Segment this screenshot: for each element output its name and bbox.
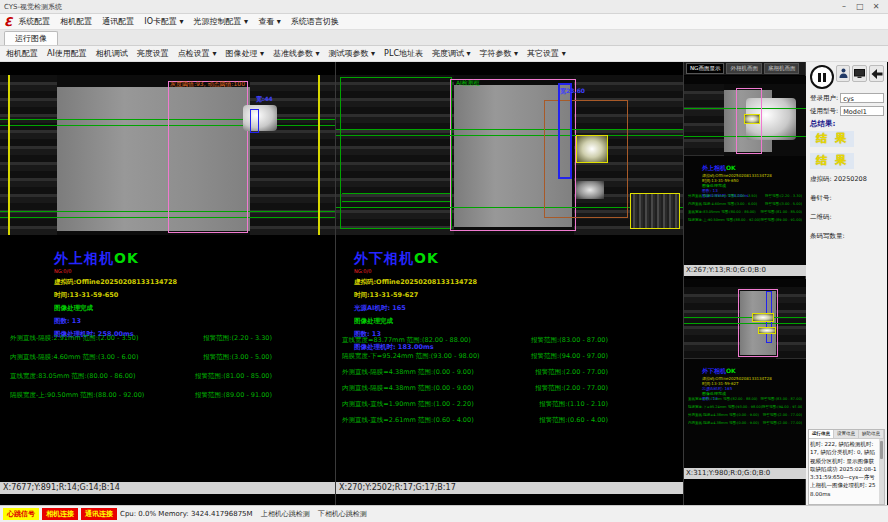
status-bar: 心跳信号 相机连接 通讯连接 Cpu: 0.0% Memory: 3424.41…: [0, 505, 888, 522]
menu-comm-config[interactable]: 通讯配置: [102, 16, 134, 27]
alarm-range: 报警范围:(2.00 - 77.00): [763, 413, 802, 417]
camera1-image: 灰度阈值:93, 动态阈值:100 宽:44: [0, 75, 335, 235]
result-badge-1: 结 果: [810, 131, 854, 147]
camera2-ng-count: NG:0/0: [354, 268, 477, 274]
tool-spotcheck[interactable]: 点检设置 ▾: [178, 48, 217, 59]
measurement-row: 直线宽度=83.77mm 范围:(82.00 - 88.00)报警范围:(83.…: [342, 336, 608, 345]
camera1-overlay: 外上相机OK NG:0/0 虚拟码:Offline202502081331347…: [54, 250, 177, 339]
camera2-name: 外下相机: [354, 250, 414, 266]
thumb1-result: OK: [726, 164, 736, 171]
thumbnail-view-lower[interactable]: 外下相机OK 虚拟码:Offline20250208133134728 时间:1…: [684, 279, 806, 479]
alarm-range: 报警范围:(1.10 - 2.10): [539, 400, 608, 409]
measurement-row: 外测直线-隔膜:2.91mm 范围:(2.00 - 3.50)报警范围:(2.2…: [688, 194, 802, 198]
menu-view[interactable]: 查看 ▾: [258, 16, 281, 27]
measurement-row: 外测直线-隔膜:2.91mm 范围:(2.00 - 3.50)报警范围:(2.2…: [10, 334, 272, 343]
alarm-range: 报警范围:(2.20 - 3.30): [203, 334, 272, 343]
camera-view-lower[interactable]: AI检测框 宽23.60 外下相机OK NG:0/0 虚拟码:Offline20…: [336, 62, 684, 505]
menu-io-config[interactable]: IO卡配置 ▾: [144, 16, 183, 27]
baseline-line: [684, 323, 806, 324]
upper-camera-heartbeat[interactable]: 上相机心跳检测: [261, 509, 310, 519]
alarm-range: 报警范围:(83.00 - 87.00): [531, 336, 608, 345]
camera-view-upper[interactable]: 灰度阈值:93, 动态阈值:100 宽:44 外上相机OK NG:0/0 虚拟码…: [0, 62, 336, 505]
tool-test-params[interactable]: 测试项参数 ▾: [329, 48, 376, 59]
camera1-done-status: 图像处理完成: [54, 304, 177, 313]
tool-brightness-debug[interactable]: 亮度调试 ▾: [432, 48, 471, 59]
width-marker-rect: [558, 83, 572, 179]
thumb2-result: OK: [726, 367, 736, 374]
alarm-range: 报警范围:(2.00 - 77.00): [763, 421, 802, 425]
alarm-range: 报警范围:(89.00 - 91.00): [195, 391, 272, 400]
thumbnail-view-upper[interactable]: 外上相机OK 虚拟码:Offline20250208133134728 时间:1…: [684, 76, 806, 276]
tool-plc-table[interactable]: PLC地址表: [384, 48, 423, 59]
measurement-row: 直线宽度=83.77mm 范围:(82.00 - 88.00)报警范围:(83.…: [688, 397, 802, 401]
alarm-range: 报警范围:(83.00 - 87.00): [761, 397, 802, 401]
camera1-title: 外上相机OK: [54, 250, 177, 268]
measurement-row: 内测直线-隔膜=4.38mm 范围:(0.00 - 9.00)报警范围:(2.0…: [688, 421, 802, 425]
model-field[interactable]: Model1: [840, 106, 884, 116]
tab-outer-camera[interactable]: 外相机画面: [726, 63, 762, 74]
tab-bottom-camera[interactable]: 底相机画面: [764, 63, 800, 74]
tab-run-info[interactable]: 运行信息: [809, 430, 834, 438]
camera1-virtual-code: 虚拟码:Offline20250208133134728: [54, 278, 177, 287]
thumb1-name: 外上相机: [702, 164, 726, 171]
info-scrollbar[interactable]: [879, 439, 884, 504]
login-user-field[interactable]: cys: [840, 93, 884, 103]
tab-defect-info[interactable]: 缺陷信息: [859, 430, 884, 438]
tool-brightness[interactable]: 亮度设置: [137, 48, 169, 59]
thumb2-name: 外下相机: [702, 367, 726, 374]
metal-part: [243, 105, 277, 131]
close-button[interactable]: ✕: [868, 2, 884, 11]
baseline-line: [684, 317, 806, 318]
tool-bar: 相机配置 AI使用配置 相机调试 亮度设置 点检设置 ▾ 图像处理 ▾ 基准线参…: [0, 46, 888, 62]
menu-light-config[interactable]: 光源控制配置 ▾: [194, 16, 249, 27]
run-log-text: 机时: 222, 缺陷检测机时: 17, 缺陷分类机时: 0, 缺陷视频分区机时…: [810, 440, 878, 503]
logout-button[interactable]: [869, 65, 884, 82]
camera1-measurements: 外测直线-隔膜:2.91mm 范围:(2.00 - 3.50)报警范围:(2.2…: [10, 334, 272, 410]
measurement-value: 内测直线-隔膜=4.38mm 范围:(0.00 - 9.00): [342, 384, 474, 393]
roi-rect-pink: [168, 81, 248, 233]
lock-user-button[interactable]: [836, 65, 851, 82]
thumbnail2-image: [684, 287, 806, 359]
measurement-value: 外测直线-隔膜:2.91mm 范围:(2.00 - 3.50): [10, 334, 138, 343]
app-window: CYS-视觉检测系统 – □ ✕ Ɛ 系统配置 相机配置 通讯配置 IO卡配置 …: [0, 0, 888, 522]
menu-language-switch[interactable]: 系统语言切换: [291, 16, 339, 27]
tool-image-process[interactable]: 图像处理 ▾: [225, 48, 264, 59]
alarm-range: 报警范围:(2.00 - 77.00): [535, 384, 608, 393]
tool-char-params[interactable]: 字符参数 ▾: [480, 48, 519, 59]
tab-run-image[interactable]: 运行图像: [4, 31, 58, 45]
result-badge-2: 结 果: [810, 153, 854, 169]
tool-ai-config[interactable]: AI使用配置: [47, 48, 87, 59]
lower-camera-heartbeat[interactable]: 下相机心跳检测: [318, 509, 367, 519]
measurement-value: 隔膜宽度-下=95.24mm 范围:(93.00 - 98.00): [688, 405, 762, 409]
right-sidebar: 登录用户: cys 使用型号: Model1 总结果: 结 果 结 果 虚拟码:…: [806, 62, 887, 505]
pause-button[interactable]: [810, 65, 834, 89]
login-user-row: 登录用户: cys: [810, 93, 884, 103]
maximize-button[interactable]: □: [852, 2, 868, 11]
menu-system-config[interactable]: 系统配置: [18, 16, 50, 27]
scrollbar-thumb[interactable]: [880, 441, 883, 459]
defect-highlight: [744, 114, 760, 124]
baseline-line: [336, 135, 683, 136]
alarm-range: 报警范围:(81.00 - 85.00): [195, 372, 272, 381]
minimize-button[interactable]: –: [836, 2, 852, 11]
tab-settings-info[interactable]: 设置信息: [834, 430, 859, 438]
tool-other-settings[interactable]: 其它设置 ▾: [527, 48, 566, 59]
alarm-range: 报警范围:(2.20 - 3.30): [765, 194, 802, 198]
lock-icon: [839, 68, 848, 79]
tool-camera-debug[interactable]: 相机调试: [96, 48, 128, 59]
model-row: 使用型号: Model1: [810, 106, 884, 116]
measurement-row: 隔膜宽度-上:90.50mm 范围:(88.00 - 92.00)报警范围:(8…: [10, 391, 272, 400]
thumb1-title: 外上相机OK: [702, 164, 772, 173]
tab-ng-display[interactable]: NG画面显示: [686, 63, 724, 74]
measurement-value: 直线宽度=83.77mm 范围:(82.00 - 88.00): [688, 397, 757, 401]
camera2-result: OK: [414, 250, 439, 266]
width-annotation: 宽23.60: [560, 87, 585, 96]
menu-camera-config[interactable]: 相机配置: [60, 16, 92, 27]
monitor-button[interactable]: [852, 65, 867, 82]
tool-camera-config[interactable]: 相机配置: [6, 48, 38, 59]
defect-highlight: [576, 135, 608, 163]
alarm-range: 报警范围:(0.60 - 4.00): [539, 416, 608, 425]
thumbnail1-measurements: 外测直线-隔膜:2.91mm 范围:(2.00 - 3.50)报警范围:(2.2…: [688, 194, 802, 226]
tool-baseline-params[interactable]: 基准线参数 ▾: [273, 48, 320, 59]
measurement-value: 内测直线-隔膜=4.38mm 范围:(0.00 - 9.00): [688, 421, 759, 425]
